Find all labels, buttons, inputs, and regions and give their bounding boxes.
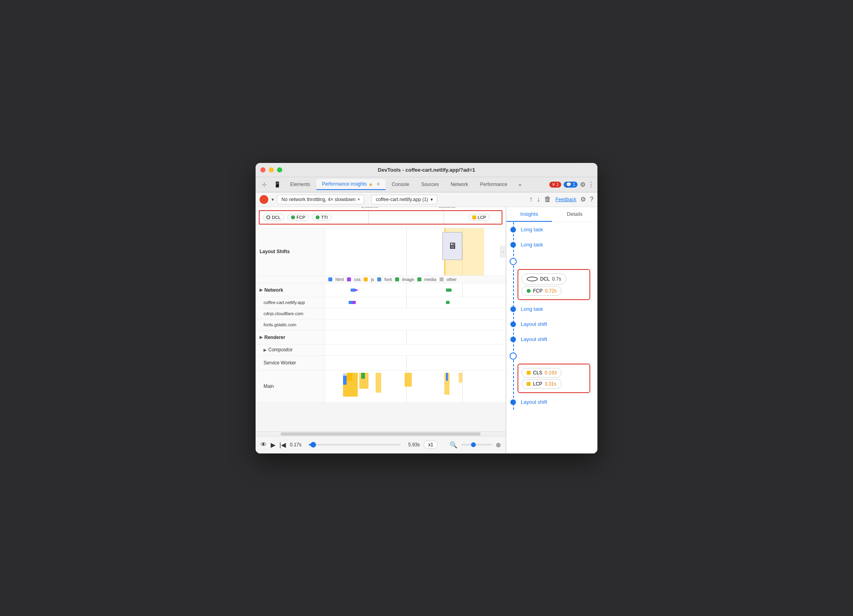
insight-layout-shift-3[interactable]: Layout shift — [506, 395, 597, 410]
dropdown-arrow-icon[interactable]: ▾ — [271, 197, 274, 202]
net-bar-image — [446, 289, 452, 292]
tab-performance[interactable]: Performance — [475, 179, 513, 190]
delete-icon[interactable]: 🗑 — [544, 195, 551, 203]
timeline-scrollbar[interactable] — [256, 431, 506, 436]
minimize-button[interactable] — [269, 167, 274, 172]
layout-shift-3-link[interactable]: Layout shift — [521, 399, 547, 405]
help-icon[interactable]: ? — [590, 196, 593, 203]
layout-shift-1-link[interactable]: Layout shift — [521, 321, 547, 327]
zoom-thumb[interactable] — [471, 442, 476, 447]
fcp-icon — [291, 215, 295, 219]
upload-icon[interactable]: ↑ — [529, 195, 533, 203]
ruler-mark-3200: 3,200ms — [439, 207, 456, 209]
error-badge[interactable]: ✕ 1 — [549, 182, 561, 188]
compositor-content[interactable] — [325, 345, 506, 355]
chevron-down-icon: ▾ — [358, 197, 360, 201]
insight-long-task-1[interactable]: Long task — [506, 222, 597, 237]
settings-icon[interactable]: ⚙ — [580, 181, 585, 188]
layout-shifts-row: Layout Shifts 🖥 › — [256, 228, 506, 276]
insight-layout-shift-2[interactable]: Layout shift — [506, 332, 597, 347]
network-content[interactable] — [325, 283, 506, 297]
layout-shifts-content[interactable]: 🖥 › — [325, 228, 506, 275]
insight-long-task-3[interactable]: Long task — [506, 302, 597, 317]
zoom-in-icon[interactable]: ⊕ — [496, 441, 501, 449]
renderer-content[interactable] — [325, 331, 506, 344]
close-button[interactable] — [260, 167, 266, 172]
tab-console[interactable]: Console — [386, 179, 415, 190]
vline5 — [406, 297, 407, 308]
info-badge[interactable]: 💬 1 — [564, 182, 578, 188]
ruler-mark-1600: 1,600ms — [361, 207, 378, 209]
traffic-lights — [260, 167, 282, 172]
main-content[interactable]: ... — [325, 371, 506, 402]
more-options-icon[interactable]: ⋮ — [588, 181, 594, 188]
network-item-3-content[interactable] — [325, 320, 506, 330]
cls-metric-value: 0.193 — [545, 370, 556, 376]
main-label: Main — [256, 371, 325, 402]
dcl-label: DCL — [272, 215, 281, 220]
screenshot-preview-button[interactable]: 👁 — [260, 441, 267, 448]
legend-font-icon — [377, 277, 381, 281]
tab-close-icon[interactable]: ✕ — [376, 182, 380, 187]
insight-layout-shift-1[interactable]: Layout shift — [506, 317, 597, 332]
zoom-out-icon[interactable]: 🔍 — [450, 441, 458, 449]
device-icon[interactable]: 📱 — [271, 180, 284, 189]
service-worker-content[interactable] — [325, 356, 506, 370]
tti-pill: TTI — [312, 214, 332, 221]
lcp-square-icon — [527, 382, 531, 386]
network-item-2-content[interactable] — [325, 308, 506, 319]
slider-thumb[interactable] — [310, 442, 316, 447]
play-button[interactable]: ▶ — [271, 441, 275, 449]
expand-network-icon[interactable]: ▶ — [260, 288, 263, 292]
tab-overflow[interactable]: » — [515, 180, 524, 189]
scrollbar-thumb[interactable] — [281, 432, 481, 436]
maximize-button[interactable] — [277, 167, 282, 172]
cls-metric-label: CLS — [533, 370, 542, 376]
settings-gear-icon[interactable]: ⚙ — [580, 196, 586, 203]
skip-to-start-button[interactable]: |◀ — [279, 441, 286, 449]
tab-details[interactable]: Details — [552, 207, 598, 222]
lcp-metric-pill: LCP 3.31s — [521, 379, 562, 389]
lcp-label: LCP — [478, 215, 486, 220]
tab-performance-insights[interactable]: Performance insights ▲ ✕ — [316, 179, 386, 190]
timeline-rows[interactable]: Layout Shifts 🖥 › — [256, 228, 506, 431]
long-task-3-link[interactable]: Long task — [521, 306, 543, 312]
record-button[interactable] — [260, 195, 268, 204]
download-icon[interactable]: ↓ — [537, 195, 540, 203]
inspect-icon[interactable]: ⊹ — [259, 180, 270, 189]
tab-insights[interactable]: Insights — [506, 207, 552, 222]
tab-actions: ✕ 1 💬 1 ⚙ ⋮ — [549, 181, 594, 188]
main-task-9 — [446, 373, 448, 381]
fcp-label: FCP — [297, 215, 305, 220]
network-legend-row: html css js font image media other — [256, 276, 506, 283]
insight-long-task-2[interactable]: Long task — [506, 237, 597, 252]
error-icon: ✕ — [552, 182, 555, 187]
long-task-2-link[interactable]: Long task — [521, 242, 543, 248]
insights-timeline: Long task Long task — [506, 222, 597, 410]
speed-button[interactable]: x1 — [424, 441, 438, 449]
collapse-button[interactable]: › — [500, 246, 506, 258]
long-task-1-link[interactable]: Long task — [521, 227, 543, 232]
zoom-controls: 🔍 ⊕ — [450, 441, 501, 449]
network-item-1-content[interactable] — [325, 297, 506, 308]
insight-dot-2 — [510, 242, 516, 248]
zoom-slider[interactable] — [461, 444, 492, 446]
legend-image: image — [402, 277, 414, 282]
layout-shift-2-link[interactable]: Layout shift — [521, 336, 547, 342]
timeline-slider[interactable] — [309, 444, 401, 446]
legend-js-icon — [364, 277, 368, 281]
tab-network[interactable]: Network — [445, 179, 474, 190]
feedback-link[interactable]: Feedback — [555, 197, 576, 202]
dcl-fcp-box: DCL 0.7s FCP 0.72s — [518, 269, 590, 300]
tab-sources[interactable]: Sources — [416, 179, 444, 190]
service-worker-label: Service Worker — [256, 356, 325, 370]
dcl-icon — [266, 215, 270, 219]
expand-compositor-icon[interactable]: ▶ — [264, 348, 267, 352]
tab-elements[interactable]: Elements — [285, 179, 316, 190]
throttle-dropdown[interactable]: No network throttling, 4× slowdown ▾ — [277, 195, 364, 204]
cls-lcp-group-wrapper: CLS 0.193 LCP 3.31s — [506, 349, 593, 393]
insights-list[interactable]: Long task Long task — [506, 222, 597, 453]
fcp-metric-value: 0.72s — [545, 288, 556, 294]
site-dropdown[interactable]: coffee-cart.netlify.app (1) ▾ — [371, 195, 437, 204]
expand-renderer-icon[interactable]: ▶ — [260, 335, 263, 339]
